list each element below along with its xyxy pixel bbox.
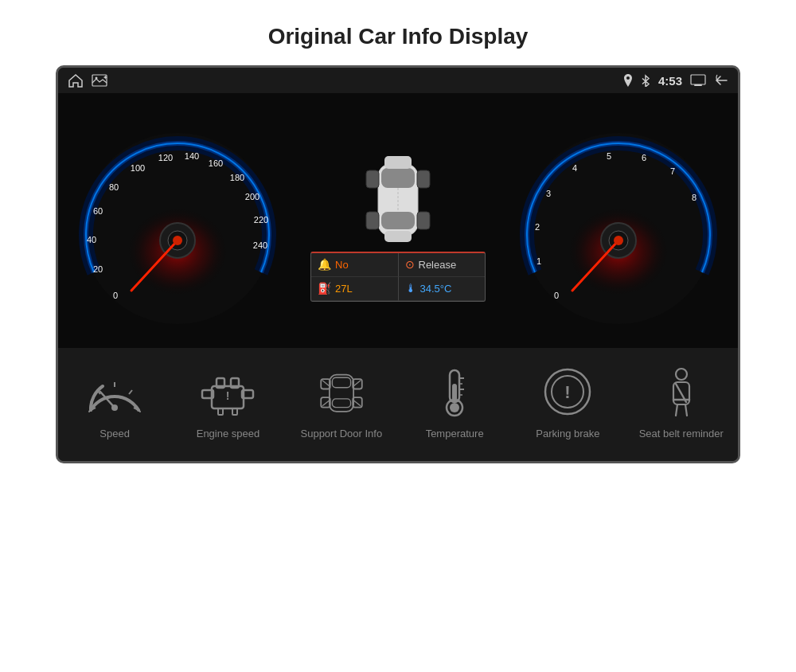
svg-line-91 — [685, 404, 687, 416]
car-top-view — [362, 148, 434, 244]
bluetooth-icon — [641, 74, 650, 87]
svg-point-50 — [614, 236, 623, 245]
svg-rect-4 — [694, 84, 702, 86]
svg-line-75 — [353, 380, 361, 385]
svg-rect-33 — [417, 212, 430, 229]
info-row-2: ⛽ 27L 🌡 34.5°C — [311, 277, 485, 301]
parking-value: Release — [419, 259, 457, 271]
gauge-area: 0 20 40 60 80 100 120 140 160 180 200 22… — [58, 93, 738, 348]
svg-text:2: 2 — [535, 222, 540, 232]
engine-icon-area: ! — [196, 364, 259, 420]
svg-point-24 — [173, 236, 182, 245]
svg-text:!: ! — [226, 389, 230, 402]
svg-text:4: 4 — [572, 163, 577, 173]
feature-temp-label: Temperature — [426, 428, 484, 441]
page-title: Original Car Info Display — [268, 24, 529, 49]
thermometer-icon — [423, 366, 486, 418]
svg-text:!: ! — [565, 382, 571, 402]
feature-engine-label: Engine speed — [197, 428, 260, 441]
svg-point-57 — [111, 404, 118, 411]
svg-text:120: 120 — [158, 153, 173, 162]
svg-text:140: 140 — [185, 151, 199, 161]
screen-mirror-icon — [690, 74, 706, 87]
svg-text:200: 200 — [245, 192, 259, 201]
svg-text:180: 180 — [230, 173, 244, 182]
svg-rect-28 — [384, 156, 412, 169]
svg-text:8: 8 — [692, 193, 696, 202]
svg-line-54 — [129, 390, 132, 394]
status-bar-left: ✦ — [68, 73, 107, 88]
seatbelt-icon-area — [650, 364, 713, 420]
door-icon — [310, 366, 373, 418]
seatbelt-cell: 🔔 No — [311, 253, 399, 277]
fuel-icon: ⛽ — [318, 282, 331, 295]
svg-rect-68 — [332, 398, 350, 407]
engine-icon: ! — [196, 366, 259, 418]
location-icon — [623, 74, 633, 87]
parking-brake-icon: ! — [536, 366, 599, 418]
svg-text:100: 100 — [131, 163, 145, 173]
fuel-value: 27L — [335, 283, 353, 295]
feature-speed: Speed — [63, 364, 166, 441]
svg-text:40: 40 — [87, 235, 96, 244]
svg-text:80: 80 — [109, 182, 119, 192]
feature-seatbelt-label: Seat belt reminder — [639, 428, 724, 441]
svg-rect-26 — [381, 168, 415, 188]
feature-temperature: Temperature — [403, 364, 506, 441]
svg-text:3: 3 — [546, 189, 551, 198]
parking-icon: ⊙ — [405, 258, 415, 271]
temp-value: 34.5°C — [420, 283, 452, 295]
svg-text:220: 220 — [254, 215, 268, 225]
page-container: Original Car Info Display ✦ — [0, 0, 796, 672]
svg-rect-31 — [417, 170, 430, 188]
tachometer: 0 1 2 3 4 5 6 7 8 — [515, 109, 722, 332]
center-panel: 🔔 No ⊙ Release ⛽ 27L — [281, 140, 515, 302]
feature-speed-label: Speed — [100, 428, 130, 441]
home-icon — [68, 73, 84, 88]
speed-icon-area — [83, 364, 146, 420]
back-icon — [714, 74, 728, 87]
seatbelt-icon: 🔔 — [318, 258, 331, 271]
svg-rect-32 — [366, 212, 379, 229]
status-bar-right: 4:53 — [623, 74, 728, 88]
feature-door-label: Support Door Info — [301, 428, 383, 441]
parking-cell: ⊙ Release — [399, 253, 486, 277]
svg-text:60: 60 — [93, 206, 103, 216]
svg-line-73 — [322, 380, 330, 385]
door-icon-area — [310, 364, 373, 420]
svg-text:0: 0 — [554, 291, 559, 300]
svg-point-88 — [676, 369, 687, 380]
svg-text:20: 20 — [93, 264, 103, 274]
features-panel: Speed ! — [58, 348, 738, 461]
svg-line-76 — [353, 400, 361, 405]
fuel-cell: ⛽ 27L — [311, 277, 399, 301]
svg-rect-3 — [691, 75, 705, 84]
status-bar: ✦ 4:53 — [58, 68, 738, 93]
svg-text:7: 7 — [670, 166, 675, 176]
feature-door-info: Support Door Info — [290, 364, 393, 441]
clock-display: 4:53 — [658, 74, 682, 88]
temp-icon: 🌡 — [405, 282, 416, 295]
svg-text:6: 6 — [642, 153, 646, 162]
feature-parking-brake: ! Parking brake — [516, 364, 619, 441]
temp-cell: 🌡 34.5°C — [399, 277, 486, 301]
svg-text:5: 5 — [607, 151, 611, 161]
svg-point-80 — [450, 403, 459, 412]
feature-brake-label: Parking brake — [536, 428, 599, 441]
speedometer: 0 20 40 60 80 100 120 140 160 180 200 22… — [74, 109, 281, 332]
svg-rect-29 — [384, 231, 412, 242]
svg-line-74 — [322, 400, 330, 405]
feature-engine-speed: ! Engine speed — [176, 364, 279, 441]
speed-icon — [83, 366, 146, 418]
info-row-1: 🔔 No ⊙ Release — [311, 253, 485, 277]
feature-seatbelt: Seat belt reminder — [630, 364, 733, 441]
brake-icon-area: ! — [536, 364, 599, 420]
svg-text:1: 1 — [537, 256, 541, 266]
svg-rect-67 — [332, 377, 350, 387]
svg-text:240: 240 — [253, 240, 267, 250]
seatbelt-icon — [650, 366, 713, 418]
seatbelt-value: No — [335, 259, 349, 271]
svg-text:0: 0 — [113, 291, 118, 300]
svg-text:✦: ✦ — [103, 74, 107, 81]
svg-text:160: 160 — [209, 158, 223, 168]
